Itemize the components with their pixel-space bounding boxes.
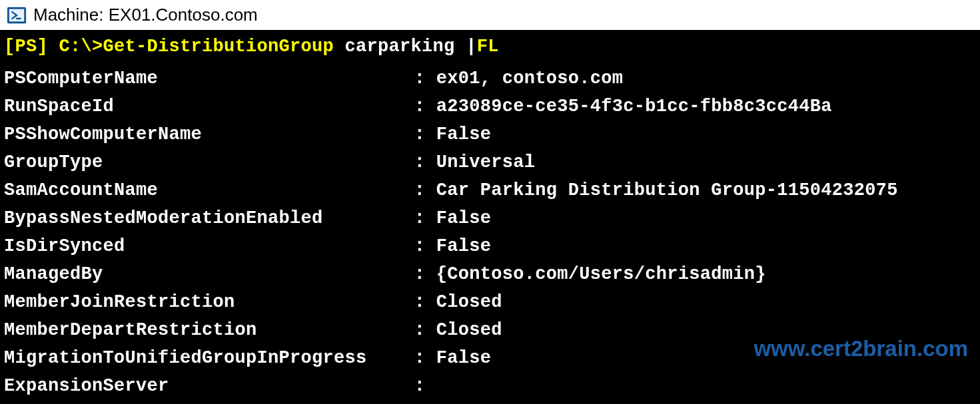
output-row: BypassNestedModerationEnabled: False (4, 204, 980, 232)
window-title: Machine: EX01.Contoso.com (33, 5, 258, 25)
command-line: [PS] C:\>Get-DistributionGroup carparkin… (4, 33, 980, 61)
window-titlebar: Machine: EX01.Contoso.com (0, 0, 980, 30)
output-row: ManagedBy: {Contoso.com/Users/chrisadmin… (4, 260, 980, 288)
svg-rect-2 (16, 17, 21, 19)
output-row: ExpansionServer: (4, 372, 980, 400)
output-row: MemberJoinRestriction: Closed (4, 288, 980, 316)
output-row: RunSpaceId: a23089ce-ce35-4f3c-b1cc-fbb8… (4, 93, 980, 120)
watermark-text: www.cert2brain.com (753, 335, 968, 363)
powershell-icon (7, 5, 27, 25)
output-row: PSShowComputerName: False (4, 120, 980, 148)
output-row: IsDirSynced: False (4, 232, 980, 260)
output-row: PSComputerName: ex01, contoso.com (4, 65, 980, 93)
output-row: GroupType: Universal (4, 148, 980, 176)
output-row: SamAccountName: Car Parking Distribution… (4, 176, 980, 204)
terminal-area[interactable]: [PS] C:\>Get-DistributionGroup carparkin… (0, 30, 980, 404)
